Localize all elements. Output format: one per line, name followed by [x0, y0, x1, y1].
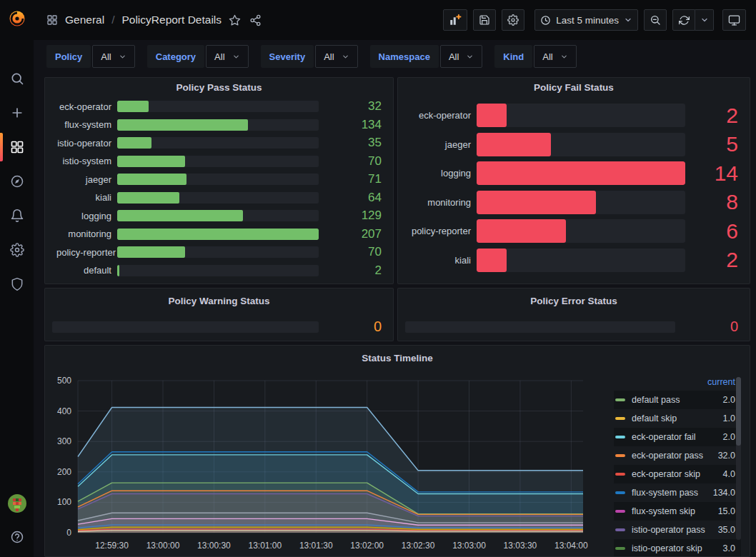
legend-scrollbar-thumb[interactable] — [736, 377, 741, 446]
sidebar-item-create[interactable] — [0, 96, 34, 130]
sidebar-item-configuration[interactable] — [0, 233, 34, 267]
share-dashboard-button[interactable] — [248, 13, 263, 28]
gauge-row-label: istio-operator — [56, 138, 111, 149]
legend-current-value: 15.0 — [718, 506, 735, 516]
gauge-row: istio-system70 — [56, 156, 382, 167]
bar-gauge-error: 0 — [405, 318, 738, 335]
panel-title[interactable]: Policy Error Status — [398, 291, 750, 311]
panel-title[interactable]: Status Timeline — [45, 348, 750, 368]
refresh-interval-dropdown[interactable] — [695, 9, 714, 31]
filter-dropdown-severity[interactable]: All — [315, 45, 357, 68]
explore-compass-icon — [10, 174, 24, 189]
timeline-legend: current default pass2.0default skip1.0ec… — [614, 376, 741, 557]
legend-header-current[interactable]: current — [614, 376, 741, 391]
legend-series-label[interactable]: istio-operator skip — [632, 543, 723, 553]
legend-series-label[interactable]: flux-system pass — [632, 488, 713, 498]
sidebar-item-server-admin[interactable] — [0, 267, 34, 301]
legend-series-label[interactable]: eck-operator skip — [632, 469, 723, 479]
gauge-row: eck-operator32 — [56, 101, 382, 112]
bar-track — [117, 229, 319, 240]
gauge-row: monitoring8 — [409, 191, 738, 214]
cycle-view-mode-button[interactable] — [722, 9, 746, 31]
legend-series-label[interactable]: eck-operator fail — [632, 432, 723, 442]
panel-title[interactable]: Policy Warning Status — [45, 291, 393, 311]
y-axis-tick-label: 300 — [57, 436, 71, 446]
gauge-row-label: jaeger — [409, 139, 471, 150]
filter-dropdown-category[interactable]: All — [206, 45, 248, 68]
filter-dropdown-namespace[interactable]: All — [440, 45, 482, 68]
bar-fill — [117, 156, 185, 167]
y-axis-tick-label: 200 — [57, 467, 71, 477]
legend-series-label[interactable]: eck-operator pass — [632, 451, 718, 461]
bar-track — [405, 321, 675, 333]
x-axis-tick-label: 13:02:00 — [350, 541, 384, 551]
filter-dropdown-policy[interactable]: All — [92, 45, 134, 68]
chevron-down-icon — [700, 16, 709, 24]
gauge-row-label: kiali — [409, 255, 471, 266]
plus-icon — [10, 106, 24, 120]
sidebar-item-alerting[interactable] — [0, 199, 34, 233]
user-avatar[interactable] — [8, 494, 26, 513]
panel-title[interactable]: Policy Fail Status — [398, 78, 750, 98]
sidebar-item-help[interactable] — [0, 527, 34, 547]
refresh-dashboard-button[interactable] — [672, 9, 695, 31]
gauge-row-label: flux-system — [56, 119, 111, 130]
gauge-row: eck-operator2 — [409, 104, 738, 127]
add-panel-icon — [449, 14, 462, 26]
legend-series-marker — [615, 473, 625, 476]
legend-series-label[interactable]: default skip — [632, 413, 723, 423]
legend-series-label[interactable]: flux-system skip — [632, 506, 718, 516]
filter-value-category: All — [214, 51, 224, 62]
panel-title[interactable]: Policy Pass Status — [45, 78, 393, 98]
legend-current-value: 2.0 — [723, 395, 735, 405]
gauge-row: jaeger71 — [56, 174, 382, 185]
add-panel-button[interactable] — [443, 9, 467, 31]
sidebar-item-search[interactable] — [0, 61, 34, 96]
breadcrumb-section[interactable]: General — [65, 14, 104, 26]
gauge-row-label: eck-operator — [56, 101, 111, 112]
server-admin-shield-icon — [10, 277, 24, 291]
legend-series-marker — [615, 417, 625, 420]
time-range-picker[interactable]: Last 5 minutes — [534, 9, 638, 31]
y-axis-tick-label: 400 — [57, 406, 71, 416]
legend-current-value: 32.0 — [718, 451, 735, 461]
bar-fill — [117, 246, 185, 258]
gauge-row-value: 129 — [324, 209, 382, 223]
x-axis-tick-label: 13:03:30 — [504, 541, 537, 551]
gauge-row-label: policy-reporter — [409, 226, 471, 236]
dashboard-settings-button[interactable] — [502, 9, 524, 31]
gauge-row-value: 207 — [324, 227, 382, 241]
filter-dropdown-kind[interactable]: All — [534, 45, 576, 68]
filter-namespace: NamespaceAll — [370, 45, 483, 68]
legend-series-label[interactable]: default pass — [632, 395, 723, 405]
bar-fill — [477, 219, 566, 243]
time-range-label: Last 5 minutes — [556, 15, 619, 26]
bar-track — [117, 192, 319, 204]
gauge-row: logging129 — [56, 210, 382, 221]
bar-track — [117, 174, 319, 185]
legend-series-marker — [615, 398, 625, 401]
bar-fill — [477, 249, 507, 272]
bar-gauge-warning: 0 — [52, 318, 382, 335]
sidebar-bottom — [0, 494, 34, 557]
sidebar-item-dashboards[interactable] — [0, 130, 34, 164]
gauge-row-value: 6 — [694, 219, 738, 244]
bar-gauge-fail: eck-operator2jaeger5logging14monitoring8… — [409, 104, 738, 272]
gauge-row-value: 5 — [694, 132, 738, 156]
gauge-row-label: logging — [409, 168, 471, 179]
sidebar-item-explore[interactable] — [0, 164, 34, 199]
breadcrumb-separator: / — [111, 14, 114, 26]
dashboard-title[interactable]: PolicyReport Details — [121, 14, 222, 26]
save-dashboard-button[interactable] — [473, 9, 496, 31]
grafana-logo[interactable] — [7, 9, 27, 31]
gauge-value: 0 — [326, 318, 382, 335]
legend-series-marker — [615, 528, 625, 531]
legend-series-marker — [615, 436, 625, 438]
legend-current-value: 134.0 — [713, 488, 735, 498]
legend-series-label[interactable]: istio-operator pass — [632, 525, 718, 535]
zoom-out-time-button[interactable] — [644, 9, 667, 31]
filter-policy: PolicyAll — [46, 45, 135, 68]
star-dashboard-button[interactable] — [227, 13, 242, 28]
bar-track — [52, 321, 319, 333]
bar-fill — [117, 174, 186, 185]
